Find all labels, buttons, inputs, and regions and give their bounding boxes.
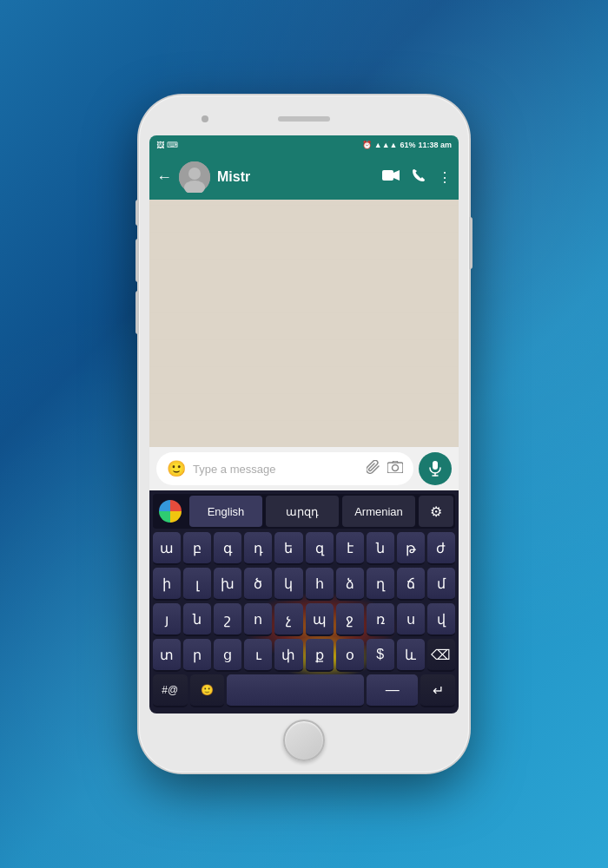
message-input-bar: 🙂 [149, 447, 459, 490]
key-b[interactable]: բ [183, 532, 211, 565]
contact-name: Mistr [217, 169, 375, 185]
symbols-key[interactable]: #@ [153, 674, 188, 707]
keyboard-row-3: յ ն շ ո չ պ ջ ռ ս վ [153, 603, 455, 636]
keyboard-settings-button[interactable]: ⚙ [419, 496, 453, 527]
contact-avatar[interactable] [179, 161, 210, 193]
power-button[interactable] [469, 217, 473, 269]
key-i[interactable]: ի [153, 568, 181, 601]
key-rr[interactable]: ռ [367, 603, 394, 636]
delete-key[interactable]: ⌫ [427, 639, 455, 672]
key-nn[interactable]: ն [183, 603, 211, 636]
key-dz[interactable]: ձ [336, 568, 364, 601]
key-z[interactable]: զ [306, 532, 334, 565]
key-ph[interactable]: փ [274, 639, 302, 672]
keyboard-icon: ⌨ [167, 141, 178, 149]
video-call-icon[interactable] [382, 169, 400, 185]
key-ev[interactable]: և [397, 639, 425, 672]
keyboard-logo [153, 496, 188, 527]
svg-rect-3 [382, 170, 393, 181]
key-t[interactable]: թ [397, 532, 425, 565]
arzd-lang-button[interactable]: արզդ [266, 496, 339, 527]
phone-top [149, 106, 459, 132]
silent-button[interactable] [135, 200, 139, 226]
key-l[interactable]: լ [183, 568, 211, 601]
key-s[interactable]: ս [397, 603, 425, 636]
home-button[interactable] [283, 720, 325, 761]
battery-indicator: 61% [400, 141, 415, 149]
key-c[interactable]: ց [214, 639, 241, 672]
key-m[interactable]: մ [427, 568, 455, 601]
enter-key[interactable]: ↵ [420, 674, 455, 707]
svg-rect-7 [433, 461, 438, 470]
front-camera [202, 115, 208, 122]
key-r[interactable]: ր [183, 639, 211, 672]
key-tt[interactable]: տ [153, 639, 181, 672]
key-d[interactable]: դ [244, 532, 272, 565]
english-lang-button[interactable]: English [189, 496, 262, 527]
svg-marker-4 [393, 170, 400, 181]
message-input-container: 🙂 [156, 452, 413, 485]
key-n[interactable]: ն [367, 532, 394, 565]
language-bar: English արզդ Armenian ⚙ [153, 494, 455, 529]
key-sh[interactable]: շ [214, 603, 241, 636]
key-k[interactable]: կ [274, 568, 302, 601]
key-p[interactable]: պ [306, 603, 334, 636]
keyboard-row-5: #@ 🙂 — ↵ [153, 674, 455, 707]
key-chh[interactable]: չ [274, 603, 302, 636]
armenian-lang-button[interactable]: Armenian [342, 496, 415, 527]
message-text-input[interactable] [193, 463, 360, 476]
key-zh[interactable]: ժ [427, 532, 455, 565]
dash-key[interactable]: — [367, 674, 418, 707]
emoji-key[interactable]: 🙂 [190, 674, 225, 707]
phone-screen: 🖼 ⌨ ⏰ ▲▲▲ 61% 11:38 am ← Mistr [149, 135, 459, 713]
keyboard-row-1: ա բ գ դ ե զ է ն թ ժ [153, 532, 455, 565]
status-right-icons: ⏰ ▲▲▲ 61% 11:38 am [362, 141, 452, 149]
attach-button[interactable] [367, 460, 380, 477]
back-button[interactable]: ← [156, 168, 172, 187]
notification-icon: 🖼 [156, 141, 164, 149]
status-bar: 🖼 ⌨ ⏰ ▲▲▲ 61% 11:38 am [149, 135, 459, 155]
key-g[interactable]: գ [214, 532, 241, 565]
voice-call-icon[interactable] [412, 168, 426, 186]
keyboard-row-4: տ ր ց ւ փ ք օ $ և ⌫ [153, 639, 455, 672]
key-q[interactable]: ք [306, 639, 334, 672]
volume-up-button[interactable] [135, 239, 139, 282]
chat-area [149, 200, 459, 447]
key-y[interactable]: յ [153, 603, 181, 636]
earpiece-speaker [278, 116, 330, 122]
key-ts[interactable]: ծ [244, 568, 272, 601]
mic-button[interactable] [419, 452, 452, 485]
volume-down-button[interactable] [135, 291, 139, 334]
header-action-icons: ⋮ [382, 168, 452, 186]
key-v[interactable]: վ [427, 603, 455, 636]
key-a[interactable]: ա [153, 532, 181, 565]
phone-frame: 🖼 ⌨ ⏰ ▲▲▲ 61% 11:38 am ← Mistr [139, 95, 469, 773]
svg-point-6 [393, 465, 399, 471]
key-h[interactable]: հ [306, 568, 334, 601]
key-w[interactable]: ւ [244, 639, 272, 672]
keyboard-logo-icon [159, 500, 182, 523]
signal-icon: ▲▲▲ [374, 141, 398, 149]
svg-point-1 [188, 168, 201, 180]
keyboard: English արզդ Armenian ⚙ ա բ գ դ ե զ է ն … [149, 490, 459, 713]
key-j[interactable]: ջ [336, 603, 364, 636]
space-key[interactable] [227, 674, 364, 707]
key-dollar[interactable]: $ [367, 639, 394, 672]
key-eh[interactable]: է [336, 532, 364, 565]
chat-background-pattern [149, 200, 459, 447]
phone-bottom [283, 719, 325, 762]
alarm-icon: ⏰ [362, 141, 372, 149]
status-left-icons: 🖼 ⌨ [156, 141, 359, 149]
key-gh[interactable]: ղ [367, 568, 394, 601]
camera-button[interactable] [387, 461, 403, 477]
key-kh[interactable]: խ [214, 568, 241, 601]
more-options-icon[interactable]: ⋮ [438, 169, 452, 186]
chat-header: ← Mistr [149, 155, 459, 200]
clock-display: 11:38 am [418, 141, 452, 149]
key-e[interactable]: ե [274, 532, 302, 565]
key-o[interactable]: օ [336, 639, 364, 672]
keyboard-row-2: ի լ խ ծ կ հ ձ ղ ճ մ [153, 568, 455, 601]
key-vo[interactable]: ո [244, 603, 272, 636]
key-ch[interactable]: ճ [397, 568, 425, 601]
emoji-button[interactable]: 🙂 [167, 459, 186, 478]
